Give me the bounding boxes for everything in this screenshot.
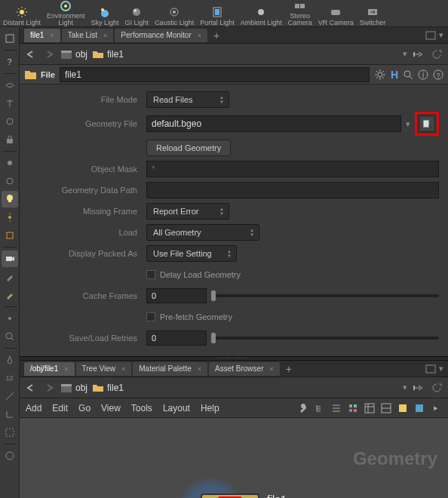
tool-show-a[interactable] bbox=[2, 77, 18, 94]
menu-edit[interactable]: Edit bbox=[52, 403, 68, 413]
tab-obj-file1[interactable]: /obj/file1× bbox=[24, 362, 75, 376]
tab-perf-monitor[interactable]: Performance Monitor× bbox=[115, 29, 207, 42]
shelf-ambient-light[interactable]: Ambient Light bbox=[238, 2, 285, 26]
search-icon[interactable] bbox=[403, 69, 413, 80]
close-icon[interactable]: × bbox=[121, 365, 125, 373]
tool-show-c[interactable] bbox=[2, 113, 18, 130]
shelf-stereo-camera[interactable]: Stereo Camera bbox=[285, 2, 315, 26]
node-body[interactable] bbox=[201, 493, 259, 498]
input-cache-frames[interactable] bbox=[146, 288, 207, 303]
select-display-packed[interactable]: Use File Setting ▲▼ bbox=[146, 245, 237, 262]
menu-go[interactable]: Go bbox=[78, 403, 91, 413]
input-geo-data-path[interactable] bbox=[146, 182, 439, 198]
shelf-portal-light[interactable]: Portal Light bbox=[197, 2, 238, 26]
palette-icon[interactable] bbox=[413, 402, 425, 414]
node-file1[interactable]: file1 default.bgeo bbox=[201, 493, 325, 498]
select-file-mode[interactable]: Read Files ▲▼ bbox=[146, 91, 229, 108]
checkbox-prefetch[interactable] bbox=[146, 312, 155, 321]
tool-paint-a[interactable] bbox=[2, 269, 18, 285]
tool-bounds[interactable] bbox=[2, 424, 18, 441]
slider-thumb[interactable] bbox=[211, 290, 216, 301]
close-icon[interactable]: × bbox=[198, 32, 201, 39]
path-seg-obj[interactable]: obj bbox=[60, 383, 87, 393]
nav-back-icon[interactable] bbox=[24, 48, 38, 61]
menu-view[interactable]: View bbox=[101, 403, 121, 413]
input-geometry-file[interactable] bbox=[146, 115, 401, 132]
tool-ruler[interactable]: 12 bbox=[2, 370, 18, 386]
dropdown-icon[interactable]: ▾ bbox=[406, 119, 410, 129]
file-chooser-button[interactable] bbox=[419, 115, 435, 132]
spreadsheet-icon[interactable] bbox=[364, 402, 376, 414]
shelf-vr-camera[interactable]: VR Camera bbox=[315, 2, 357, 26]
path-seg-file1[interactable]: file1 bbox=[92, 383, 124, 393]
pane-menu-icon[interactable]: ▾ bbox=[439, 30, 443, 40]
slider-save-load-retries[interactable] bbox=[211, 337, 439, 340]
tool-measure[interactable] bbox=[2, 388, 18, 404]
note-icon[interactable] bbox=[397, 402, 409, 414]
menu-tools[interactable]: Tools bbox=[131, 403, 152, 413]
add-tab-button[interactable]: + bbox=[281, 363, 296, 375]
reload-geometry-button[interactable]: Reload Geometry bbox=[146, 140, 231, 156]
tab-file1[interactable]: file1× bbox=[24, 29, 60, 42]
gear-icon[interactable] bbox=[374, 69, 386, 81]
tab-take-list[interactable]: Take List× bbox=[62, 29, 114, 42]
menu-add[interactable]: Add bbox=[26, 403, 41, 413]
menu-layout[interactable]: Layout bbox=[163, 403, 190, 413]
info-icon[interactable]: i bbox=[418, 69, 428, 80]
shelf-distant-light[interactable]: Distant Light bbox=[0, 2, 44, 26]
pane-max-icon[interactable] bbox=[425, 31, 436, 40]
pin-icon[interactable] bbox=[412, 48, 425, 61]
nav-forward-icon[interactable] bbox=[42, 381, 56, 395]
pin-icon[interactable] bbox=[412, 381, 425, 395]
select-missing-frame[interactable]: Report Error ▲▼ bbox=[146, 203, 229, 220]
shelf-switcher[interactable]: Switcher bbox=[357, 2, 389, 26]
grid-icon[interactable] bbox=[347, 402, 359, 414]
params-icon[interactable] bbox=[380, 402, 392, 414]
tool-pen[interactable] bbox=[2, 352, 18, 368]
tool-camera[interactable] bbox=[2, 251, 18, 267]
reload-icon[interactable] bbox=[430, 381, 443, 395]
close-icon[interactable]: × bbox=[50, 32, 54, 39]
path-dropdown-icon[interactable]: ▾ bbox=[403, 383, 407, 392]
shelf-caustic-light[interactable]: Caustic Light bbox=[152, 2, 197, 26]
list-icon[interactable] bbox=[330, 402, 342, 414]
path-seg-obj[interactable]: obj bbox=[60, 49, 87, 60]
tool-lock[interactable] bbox=[2, 131, 18, 148]
shelf-sky-light[interactable]: Sky Light bbox=[88, 2, 122, 26]
pane-menu-icon[interactable]: ▾ bbox=[439, 364, 443, 374]
tool-select[interactable] bbox=[2, 30, 18, 47]
tab-material-palette[interactable]: Material Palette× bbox=[133, 362, 207, 376]
input-save-load-retries[interactable] bbox=[146, 330, 207, 346]
tab-tree-view[interactable]: Tree View× bbox=[76, 362, 132, 376]
tool-light-d[interactable] bbox=[2, 227, 18, 244]
input-object-mask[interactable] bbox=[146, 161, 439, 177]
shelf-environment-light[interactable]: Environment Light bbox=[44, 2, 88, 26]
tab-asset-browser[interactable]: Asset Browser× bbox=[209, 362, 280, 376]
node-name-input[interactable] bbox=[60, 67, 370, 82]
tool-dot[interactable] bbox=[2, 310, 18, 327]
select-load[interactable]: All Geometry ▲▼ bbox=[146, 224, 259, 241]
close-icon[interactable]: × bbox=[64, 365, 68, 373]
tool-help[interactable]: ? bbox=[2, 54, 18, 70]
nav-back-icon[interactable] bbox=[24, 381, 38, 395]
tool-light-a[interactable] bbox=[2, 155, 18, 171]
slider-thumb[interactable] bbox=[211, 333, 216, 343]
wrench-icon[interactable] bbox=[297, 402, 309, 414]
nav-forward-icon[interactable] bbox=[42, 48, 56, 61]
slider-cache-frames[interactable] bbox=[211, 294, 439, 297]
tree-icon[interactable] bbox=[314, 402, 326, 414]
close-icon[interactable]: × bbox=[103, 32, 107, 39]
add-tab-button[interactable]: + bbox=[209, 29, 224, 42]
help-icon[interactable]: ? bbox=[433, 69, 443, 80]
menu-help[interactable]: Help bbox=[201, 403, 219, 413]
tool-angle[interactable] bbox=[2, 406, 18, 423]
tool-zoom[interactable] bbox=[2, 328, 18, 345]
reload-icon[interactable] bbox=[430, 48, 443, 61]
path-dropdown-icon[interactable]: ▾ bbox=[403, 49, 407, 59]
tool-circle[interactable] bbox=[2, 447, 18, 464]
tool-light-c[interactable] bbox=[2, 209, 18, 226]
tool-show-b[interactable] bbox=[2, 95, 18, 112]
chevron-right-icon[interactable]: ▸ bbox=[430, 402, 442, 414]
tool-light-b[interactable] bbox=[2, 173, 18, 189]
path-seg-file1[interactable]: file1 bbox=[92, 49, 124, 60]
